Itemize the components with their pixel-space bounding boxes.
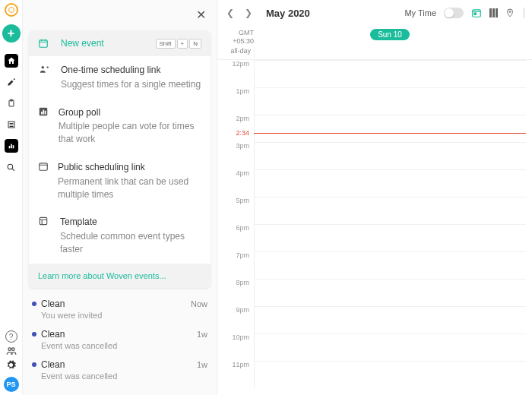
status-dot (32, 362, 36, 367)
event-title: Clean (41, 329, 192, 340)
hour-label: 12pm (223, 60, 254, 87)
hour-slot[interactable] (254, 361, 526, 388)
template-icon (38, 216, 51, 226)
hour-label: 1pm (223, 87, 254, 115)
nav-edit-icon[interactable] (5, 75, 18, 89)
keyboard-shortcut: Shift + N (156, 39, 201, 49)
events-list: CleanNow You were invited Clean1w Event … (23, 288, 217, 391)
hour-slot[interactable] (254, 142, 526, 169)
event-title: Clean (41, 299, 186, 309)
menu-item-title: One-time scheduling link (61, 64, 201, 77)
hour-slot[interactable] (254, 333, 526, 361)
hour-slot[interactable] (254, 251, 526, 279)
menu-template[interactable]: Template Schedule common event types fas… (29, 208, 211, 263)
svg-rect-7 (11, 144, 12, 149)
nav-analytics-icon[interactable] (5, 139, 18, 153)
hour-slot[interactable] (254, 224, 526, 251)
event-sub: Event was cancelled (41, 371, 207, 381)
status-dot (32, 302, 36, 306)
list-item[interactable]: Clean1w Event was cancelled (32, 355, 207, 385)
svg-rect-29 (474, 13, 476, 14)
prev-button[interactable]: ❮ (225, 6, 236, 20)
nav-search-icon[interactable] (5, 160, 18, 174)
new-event-row[interactable]: New event Shift + N (29, 30, 211, 56)
learn-more-link[interactable]: Learn more about Woven events... (29, 264, 211, 288)
logo-icon (5, 3, 18, 17)
person-add-icon (38, 64, 52, 74)
nav-clipboard-icon[interactable] (5, 96, 18, 110)
hour-label: 8pm (223, 279, 254, 306)
settings-icon[interactable] (5, 359, 17, 371)
day-header: GMT+05:30 Sun 10 (217, 26, 532, 46)
new-event-label: New event (61, 38, 147, 49)
menu-item-sub: Schedule common event types faster (60, 230, 201, 256)
menu-item-sub: Permanent link that can be used multiple… (58, 175, 201, 201)
hour-label: 2pm (223, 115, 254, 142)
menu-item-title: Public scheduling link (58, 161, 201, 174)
day-badge[interactable]: Sun 10 (370, 29, 410, 40)
hour-slot[interactable] (254, 115, 526, 142)
event-time: Now (191, 299, 207, 308)
calendar-link-icon (38, 161, 49, 172)
event-time: 1w (197, 330, 207, 339)
list-item[interactable]: CleanNow You were invited (32, 294, 207, 324)
hour-label: 6pm (223, 224, 254, 251)
month-label: May 2020 (266, 8, 310, 19)
hour-slot[interactable] (254, 169, 526, 197)
hour-slot[interactable] (254, 279, 526, 306)
hour-label: 9pm (223, 306, 254, 333)
nav-home-icon[interactable] (5, 54, 18, 68)
event-time: 1w (197, 360, 207, 369)
hour-slot[interactable] (254, 197, 526, 224)
svg-rect-22 (40, 163, 48, 170)
people-icon[interactable] (5, 346, 17, 356)
allday-label: all-day (223, 47, 254, 58)
week-header: This Week Working Hours▾ (23, 391, 217, 395)
allday-cell[interactable] (254, 47, 526, 58)
next-button[interactable]: ❯ (243, 6, 254, 20)
svg-point-17 (42, 66, 45, 69)
list-item[interactable]: Clean1w Event was cancelled (32, 324, 207, 355)
allday-row: all-day (217, 46, 532, 60)
hour-slot[interactable] (254, 306, 526, 333)
hour-grid[interactable]: 12pm1pm2pm3pm4pm5pm6pm7pm8pm9pm10pm11pm2… (217, 60, 532, 395)
user-avatar[interactable]: PS (4, 377, 19, 392)
app-sidebar: + ? PS (0, 0, 23, 395)
mytime-toggle[interactable] (444, 8, 464, 18)
svg-line-10 (12, 169, 14, 171)
svg-rect-20 (43, 109, 44, 114)
hour-label: 10pm (223, 333, 254, 361)
hour-label: 7pm (223, 251, 254, 279)
svg-rect-19 (41, 112, 43, 115)
help-icon[interactable]: ? (5, 330, 17, 343)
svg-rect-6 (8, 146, 10, 148)
hour-slot[interactable] (254, 87, 526, 115)
nav-list-icon[interactable] (5, 118, 18, 131)
menu-item-title: Group poll (59, 106, 201, 119)
calendar-icon (38, 38, 52, 49)
add-button[interactable]: + (2, 24, 21, 43)
menu-public-link[interactable]: Public scheduling link Permanent link th… (29, 153, 211, 208)
location-icon[interactable] (505, 8, 515, 18)
event-title: Clean (41, 359, 192, 370)
calendar-header: ❮ ❯ May 2020 My Time (217, 0, 532, 26)
svg-rect-13 (40, 40, 48, 47)
close-icon[interactable]: ✕ (196, 8, 206, 22)
event-sub: Event was cancelled (41, 341, 207, 350)
menu-item-title: Template (60, 216, 201, 229)
menu-group-poll[interactable]: Group poll Multiple people can vote for … (29, 99, 211, 153)
svg-rect-8 (12, 145, 14, 148)
columns-view-icon[interactable] (489, 8, 498, 17)
poll-icon (38, 106, 49, 117)
hour-slot[interactable] (254, 60, 526, 87)
hour-label: 3pm (223, 142, 254, 169)
hour-label: 5pm (223, 197, 254, 224)
svg-rect-24 (40, 218, 46, 225)
timezone-label: GMT+05:30 (223, 26, 254, 46)
divider (524, 8, 524, 18)
menu-onetime-link[interactable]: One-time scheduling link Suggest times f… (29, 56, 211, 99)
calendar-view-icon[interactable] (471, 8, 482, 18)
svg-rect-21 (45, 110, 46, 114)
svg-point-9 (8, 164, 13, 169)
now-label: 2:34 (223, 129, 254, 137)
